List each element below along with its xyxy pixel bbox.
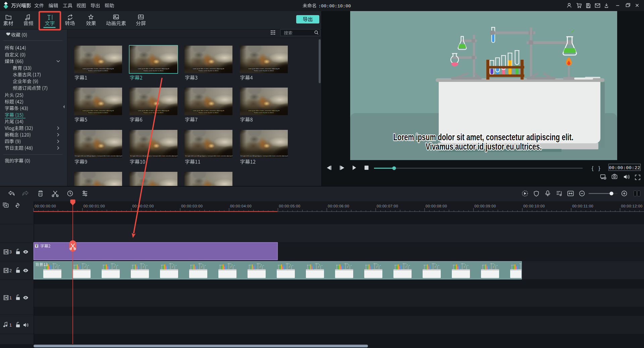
svg-text:00:00:11:00: 00:00:11:00 [572,204,593,208]
svg-text:00:00:07:00: 00:00:07:00 [377,204,398,208]
svg-text:}: } [598,165,600,171]
svg-text:{: { [592,165,594,171]
svg-text:Lorem ipsum dolor sit amet, co: Lorem ipsum dolor sit amet, consectetur … [393,132,574,142]
svg-text:00:00:02:00: 00:00:02:00 [132,204,154,208]
svg-text:00:00:00:22: 00:00:00:22 [609,165,640,170]
svg-text:T: T [36,244,38,248]
svg-text:00:00:09:00: 00:00:09:00 [475,204,496,208]
svg-text:1: 1 [9,296,12,300]
svg-text:00:00:12:00: 00:00:12:00 [621,204,643,208]
svg-text:1: 1 [9,323,12,328]
svg-text:00:00:00:00: 00:00:00:00 [35,204,56,208]
svg-text:00:00:05:00: 00:00:05:00 [279,204,301,208]
svg-text:00:00:06:00: 00:00:06:00 [328,204,349,208]
svg-text:00:00:01:00: 00:00:01:00 [84,204,105,208]
svg-text:2: 2 [9,268,12,273]
svg-text:00:00:04:00: 00:00:04:00 [230,204,252,208]
svg-text:00:00:03:00: 00:00:03:00 [181,204,203,208]
svg-text:3: 3 [9,250,12,254]
svg-text:00:00:08:00: 00:00:08:00 [426,204,447,208]
svg-text:Vivamus auctor id justor eu ul: Vivamus auctor id justor eu ultrices. [426,141,542,152]
svg-text::00:00:10:00: :00:00:10:00 [318,4,351,9]
svg-text:00:00:10:00: 00:00:10:00 [523,204,545,208]
